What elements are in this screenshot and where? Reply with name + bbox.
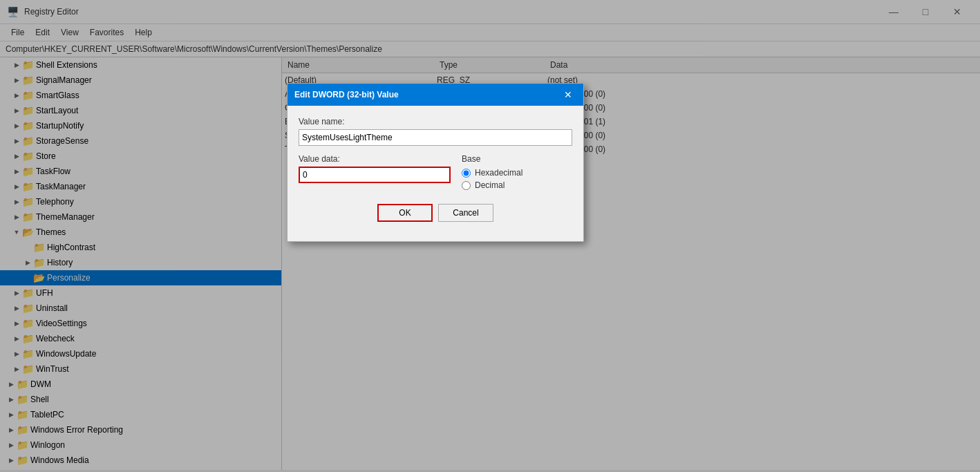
dialog-data-row: Value data: Base Hexadecimal Decimal — [299, 154, 572, 193]
value-name-input[interactable] — [299, 129, 572, 146]
modal-overlay: Edit DWORD (32-bit) Value ✕ Value name: … — [0, 0, 980, 470]
hex-label: Hexadecimal — [475, 168, 522, 178]
dialog-buttons: OK Cancel — [299, 204, 572, 230]
value-name-label: Value name: — [299, 117, 572, 126]
hex-radio-row: Hexadecimal — [462, 168, 572, 178]
value-data-label: Value data: — [299, 154, 451, 164]
dialog-close-button[interactable]: ✕ — [560, 86, 576, 103]
cancel-button[interactable]: Cancel — [438, 204, 493, 222]
dialog-title: Edit DWORD (32-bit) Value — [294, 90, 399, 100]
ok-button[interactable]: OK — [377, 204, 433, 222]
edit-dword-dialog: Edit DWORD (32-bit) Value ✕ Value name: … — [287, 83, 584, 242]
value-data-input[interactable] — [299, 167, 451, 183]
dialog-data-col: Value data: — [299, 154, 451, 193]
dec-radio[interactable] — [462, 181, 471, 190]
dialog-body: Value name: Value data: Base Hexadecimal — [288, 106, 583, 241]
dialog-base-col: Base Hexadecimal Decimal — [462, 154, 572, 193]
dec-label: Decimal — [475, 180, 505, 190]
hex-radio[interactable] — [462, 169, 471, 178]
dialog-titlebar: Edit DWORD (32-bit) Value ✕ — [288, 84, 583, 106]
base-label: Base — [462, 154, 572, 164]
dec-radio-row: Decimal — [462, 180, 572, 190]
